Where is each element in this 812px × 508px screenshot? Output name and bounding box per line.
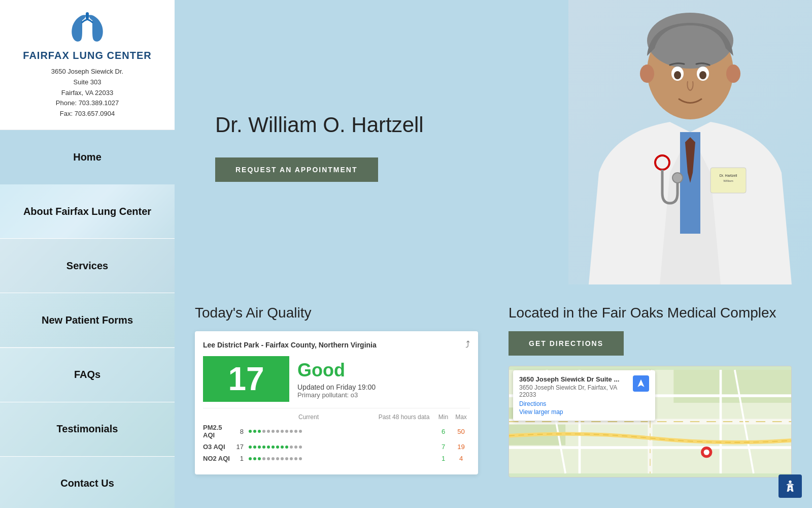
svg-point-12 — [699, 71, 706, 79]
map-nav-icon[interactable] — [633, 375, 649, 392]
map-container[interactable]: 3650 Joseph Siewick Dr Suite ... 3650 Jo… — [509, 366, 792, 478]
aq-label-pm25: PM2.5 AQI — [203, 424, 233, 439]
nav-item-faqs[interactable]: FAQs — [0, 348, 175, 402]
svg-point-32 — [704, 450, 709, 455]
svg-text:William: William — [723, 179, 733, 182]
air-quality-section: Today's Air Quality Lee District Park - … — [195, 305, 493, 498]
aq-location: Lee District Park - Fairfax County, Nort… — [203, 341, 377, 349]
doctor-image: Dr. Hartzell William — [568, 0, 812, 284]
air-quality-widget: Lee District Park - Fairfax County, Nort… — [195, 331, 478, 474]
aq-max-o3: 19 — [452, 443, 470, 451]
aq-min-o3: 7 — [434, 443, 452, 451]
aq-label-o3: O3 AQI — [203, 443, 233, 451]
sidebar: FAIRFAX LUNG CENTER 3650 Joseph Siewick … — [0, 0, 175, 508]
logo-area: FAIRFAX LUNG CENTER 3650 Joseph Siewick … — [0, 0, 175, 130]
map-view-larger-link[interactable]: View larger map — [519, 408, 629, 416]
map-info-box: 3650 Joseph Siewick Dr Suite ... 3650 Jo… — [513, 370, 655, 421]
map-info-text: 3650 Joseph Siewick Dr Suite ... 3650 Jo… — [519, 375, 629, 416]
main-content: Dr. Hartzell William Dr. William O. Hart… — [175, 0, 812, 508]
clinic-address: 3650 Joseph Siewick Dr. Suite 303 Fairfa… — [10, 67, 164, 119]
hero-section: Dr. Hartzell William Dr. William O. Hart… — [175, 0, 812, 295]
aq-updated: Updated on Friday 19:00 — [297, 383, 376, 391]
svg-text:Dr. Hartzell: Dr. Hartzell — [720, 174, 737, 177]
clinic-name: FAIRFAX LUNG CENTER — [10, 50, 164, 61]
air-quality-title: Today's Air Quality — [195, 305, 478, 321]
aq-val-o3: 17 — [233, 443, 244, 451]
directions-button[interactable]: GET DIRECTIONS — [509, 331, 624, 356]
nav-item-contact[interactable]: Contact Us — [0, 457, 175, 508]
share-icon[interactable]: ⤴ — [465, 339, 470, 350]
nav-item-about[interactable]: About Fairfax Lung Center — [0, 184, 175, 239]
nav-item-home[interactable]: Home — [0, 130, 175, 184]
aq-label-no2: NO2 AQI — [203, 455, 233, 462]
bottom-section: Today's Air Quality Lee District Park - … — [175, 295, 812, 508]
nav-item-services[interactable]: Services — [0, 239, 175, 293]
aq-max-no2: 4 — [452, 455, 470, 462]
aq-status: Good Updated on Friday 19:00 Primary pol… — [297, 356, 376, 402]
aq-min-pm25: 6 — [434, 428, 452, 435]
nav-menu: Home About Fairfax Lung Center Services … — [0, 130, 175, 508]
aq-number-box: 17 — [203, 356, 289, 402]
aq-max-pm25: 50 — [452, 428, 470, 435]
lung-icon — [67, 10, 108, 46]
aq-row-pm25: PM2.5 AQI 8 — [203, 424, 470, 439]
aq-value: 17 — [228, 363, 264, 395]
hero-text-area: Dr. William O. Hartzell REQUEST AN APPOI… — [215, 113, 424, 182]
svg-point-6 — [647, 13, 733, 69]
aq-val-no2: 1 — [233, 455, 244, 462]
map-info-address: 3650 Joseph Siewick Dr, Fairfax, VA 2203… — [519, 384, 629, 398]
map-directions-link[interactable]: Directions — [519, 400, 629, 407]
aq-bars: Current Past 48 hours data Min Max PM2.5… — [203, 408, 470, 462]
doctor-illustration: Dr. Hartzell William — [568, 0, 812, 284]
svg-point-17 — [672, 173, 683, 183]
aq-main: 17 Good Updated on Friday 19:00 Primary … — [203, 356, 470, 402]
aq-pollutant: Primary pollutant: o3 — [297, 391, 376, 399]
doctor-name: Dr. William O. Hartzell — [215, 113, 424, 137]
svg-point-8 — [726, 65, 740, 83]
aq-min-no2: 1 — [434, 455, 452, 462]
nav-item-new-patient[interactable]: New Patient Forms — [0, 293, 175, 347]
aq-row-no2: NO2 AQI 1 — [203, 455, 470, 462]
location-title: Located in the Fair Oaks Medical Complex — [509, 305, 792, 321]
aq-row-o3: O3 AQI 17 — [203, 443, 470, 451]
nav-item-testimonials[interactable]: Testimonials — [0, 402, 175, 457]
aq-header: Lee District Park - Fairfax County, Nort… — [203, 339, 470, 350]
accessibility-button[interactable] — [779, 474, 802, 498]
svg-rect-20 — [673, 370, 791, 403]
svg-point-33 — [789, 481, 791, 483]
svg-point-7 — [640, 65, 654, 83]
svg-point-11 — [674, 71, 681, 79]
aq-status-label: Good — [297, 360, 376, 381]
appointment-button[interactable]: REQUEST AN APPOINTMENT — [215, 157, 378, 182]
location-section: Located in the Fair Oaks Medical Complex… — [493, 305, 792, 498]
aq-val-pm25: 8 — [233, 428, 244, 435]
map-info-title: 3650 Joseph Siewick Dr Suite ... — [519, 375, 629, 383]
svg-rect-0 — [86, 12, 89, 19]
